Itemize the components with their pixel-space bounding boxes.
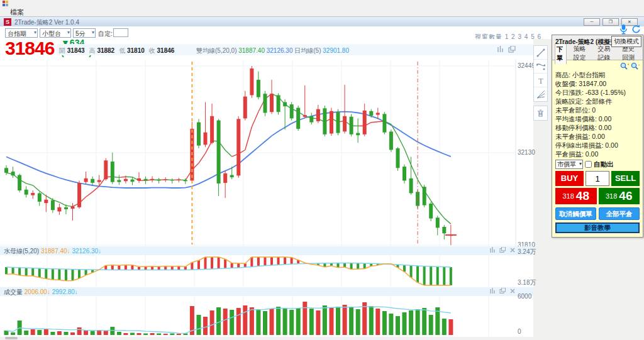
- panel-info-row: 停利線出場損益: 0.00: [555, 141, 640, 150]
- chart-toolbar: 台指期 小型台指期 5分K 自定:: [0, 26, 644, 39]
- panel-info-row: 今日漲跌: -633 (-1.95%): [555, 88, 640, 97]
- sell-button[interactable]: SELL: [611, 171, 640, 186]
- jellyfish-panel-header: 水母線(5,20) 31887.40↓ 32126.30↓: [0, 246, 533, 255]
- trade-panel: 2Trade-策略2 (模擬交易) 切換模式 下單 策略設定 交易記錄 歷史回測…: [552, 35, 643, 238]
- dual-ma-readout: 雙均線(5,20,0) 31887.40 32126.30 日均線(5) 329…: [196, 47, 349, 55]
- minimize-button[interactable]: ─: [584, 18, 600, 26]
- curve-tool[interactable]: [534, 60, 547, 74]
- panel-info-row: 商品: 小型台指期: [555, 70, 640, 79]
- text-tool[interactable]: T: [534, 74, 547, 87]
- buy-button[interactable]: BUY: [555, 171, 584, 186]
- close-all-positions-button[interactable]: 全部平倉: [599, 207, 640, 220]
- svg-text:-: -: [638, 62, 640, 67]
- panel-layout-icon[interactable]: [499, 288, 506, 294]
- bid-price-button[interactable]: 31848: [555, 188, 597, 204]
- main-candle-chart[interactable]: [0, 60, 533, 246]
- panel-info-row: 平倉損益: 0.00: [555, 150, 640, 158]
- trade-panel-title: 2Trade-策略2 (模擬交易) 切換模式: [552, 35, 643, 47]
- sub2-axis-bottom: 0: [518, 328, 521, 335]
- jellyfish-indicator-chart[interactable]: [0, 255, 533, 287]
- ohlc-readout: 開 31843高 31882低 31810收 31846: [59, 47, 179, 55]
- panel-info-row: 未平倉損益: 0.00: [555, 132, 640, 141]
- close-icon[interactable]: [509, 288, 516, 294]
- indicator-settings-icon[interactable]: [489, 247, 496, 253]
- ask-price-button[interactable]: 31846: [599, 188, 640, 204]
- svg-text:+: +: [628, 62, 629, 67]
- mic-icon[interactable]: [619, 24, 628, 35]
- svg-text:T: T: [538, 76, 543, 85]
- quantity-input[interactable]: [586, 171, 609, 186]
- panel-layout-icon[interactable]: [508, 46, 516, 53]
- position-info: 商品: 小型台指期收盤價: 31847.00今日漲跌: -633 (-1.95%…: [555, 70, 640, 158]
- custom-interval-input[interactable]: [113, 28, 128, 37]
- delete-drawing-tool[interactable]: [533, 106, 548, 121]
- sub1-axis-top: 3.24万: [518, 248, 536, 256]
- custom-interval-label: 自定:: [98, 30, 113, 38]
- close-icon[interactable]: [509, 247, 516, 253]
- contract-dropdown[interactable]: 小型台指期: [40, 28, 71, 38]
- zoom-in-icon[interactable]: +: [620, 62, 629, 70]
- last-price: 31846: [5, 38, 54, 59]
- app-logo: S: [4, 18, 11, 26]
- panel-layout-icon[interactable]: [499, 247, 506, 253]
- auto-close-label: 自動出: [594, 160, 614, 169]
- symbol-dropdown[interactable]: 台指期: [5, 28, 38, 38]
- horizontal-scrollbar[interactable]: [5, 337, 18, 339]
- zoom-out-icon[interactable]: -: [631, 62, 640, 70]
- outer-titlebar: [0, 0, 644, 6]
- price-axis-top: 32449: [518, 62, 535, 69]
- panel-info-row: 平均進場價格: 0.00: [555, 114, 640, 123]
- switch-mode-button[interactable]: 切換模式: [611, 36, 641, 47]
- app-titlebar[interactable]: S 2Trade-策略2 Ver 1.0.4 ─ ❐ ✕: [0, 16, 644, 26]
- auto-close-checkbox[interactable]: [585, 161, 592, 168]
- refresh-icon[interactable]: [631, 24, 641, 35]
- indicator-settings-icon[interactable]: [489, 288, 496, 294]
- volume-panel-header: 成交量 2006.00↓ 2992.80↓: [0, 287, 533, 296]
- panel-info-row: 移動停利價格: 0.00: [555, 123, 640, 132]
- indicator-settings-icon[interactable]: [497, 46, 504, 53]
- main-chart-header: 開 31843高 31882低 31810收 31846 雙均線(5,20,0)…: [57, 44, 533, 55]
- price-axis-mid: 32130: [518, 149, 535, 156]
- sub1-axis-bottom: 3.18万: [518, 278, 536, 287]
- trendline-tool[interactable]: [534, 46, 547, 60]
- menu-bar: 檔案: [0, 6, 644, 16]
- panel-info-row: 未平倉部位: 0: [555, 106, 640, 114]
- restore-button[interactable]: ❐: [602, 18, 619, 26]
- interval-dropdown[interactable]: 5分K: [73, 28, 96, 38]
- drawing-toolbox: T: [533, 45, 548, 102]
- video-tutorial-button[interactable]: 影音教學: [555, 222, 640, 233]
- volume-chart[interactable]: [0, 296, 533, 336]
- fan-lines-tool[interactable]: [534, 87, 547, 101]
- panel-info-row: 收盤價: 31847.00: [555, 79, 640, 88]
- app-window-icon: [3, 1, 8, 6]
- sub2-axis-top: 6000: [518, 293, 531, 300]
- app-title: 2Trade-策略2 Ver 1.0.4: [14, 18, 79, 27]
- order-type-dropdown[interactable]: 市價單: [555, 160, 583, 169]
- trade-panel-tabs: 下單 策略設定 交易記錄 歷史回測: [552, 47, 643, 60]
- cancel-stop-order-button[interactable]: 取消觸價單: [555, 207, 596, 220]
- panel-info-row: 策略設定: 全部條件: [555, 97, 640, 106]
